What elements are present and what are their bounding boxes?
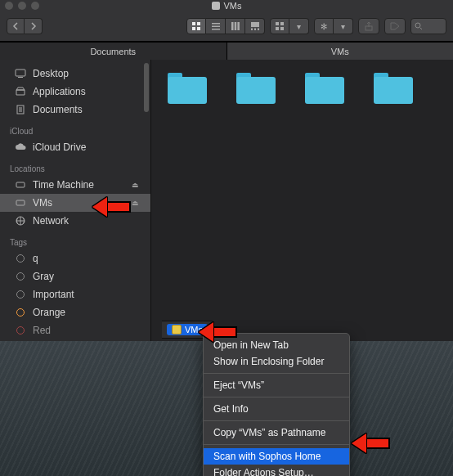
tag-dot-icon xyxy=(15,308,26,317)
folder-icon[interactable] xyxy=(305,73,344,104)
forward-button[interactable] xyxy=(25,18,43,34)
chevron-down-icon: ▾ xyxy=(334,18,353,34)
sidebar-section-locations: Locations xyxy=(0,156,150,176)
apps-icon xyxy=(15,87,26,97)
ctx-show-enclosing[interactable]: Show in Enclosing Folder xyxy=(204,353,349,370)
globe-icon xyxy=(15,216,26,226)
svg-rect-17 xyxy=(280,27,284,30)
cloud-icon xyxy=(15,142,26,152)
gear-icon: ✻ xyxy=(314,18,334,34)
svg-rect-14 xyxy=(276,22,279,25)
sidebar-item-label: Orange xyxy=(33,307,65,318)
annotation-arrow xyxy=(352,433,389,453)
sidebar-item-label: Network xyxy=(33,215,69,227)
tab-bar: Documents VMs xyxy=(0,42,453,60)
disk-icon xyxy=(172,325,182,335)
tab-vms[interactable]: VMs xyxy=(227,42,454,60)
sidebar-item-icloud-drive[interactable]: iCloud Drive xyxy=(0,138,150,156)
window-title: VMs xyxy=(224,1,242,11)
svg-rect-6 xyxy=(212,29,220,30)
annotation-arrow xyxy=(92,197,130,217)
folder-icon[interactable] xyxy=(374,73,413,104)
back-button[interactable] xyxy=(7,18,25,34)
docs-icon xyxy=(15,105,26,115)
toolbar: ▾ ✻ ▾ xyxy=(0,11,453,42)
sidebar-tag-q[interactable]: q xyxy=(0,249,150,267)
share-button[interactable] xyxy=(358,18,379,34)
disk-icon xyxy=(212,2,220,10)
sidebar-tag-red[interactable]: Red xyxy=(0,321,150,339)
svg-rect-12 xyxy=(254,29,256,31)
ctx-get-info[interactable]: Get Info xyxy=(204,401,349,417)
svg-rect-9 xyxy=(237,22,240,30)
svg-rect-15 xyxy=(280,22,284,25)
svg-rect-21 xyxy=(18,77,23,78)
svg-rect-8 xyxy=(234,22,236,30)
menu-separator xyxy=(204,444,349,445)
icon-view-button[interactable] xyxy=(186,18,206,34)
sidebar-item-time-machine[interactable]: Time Machine ⏏ xyxy=(0,176,150,194)
disk-icon xyxy=(15,180,26,190)
action-menu[interactable]: ✻ ▾ xyxy=(314,18,353,34)
column-view-button[interactable] xyxy=(226,18,245,34)
arrange-icon xyxy=(270,18,289,34)
ctx-eject[interactable]: Eject “VMs” xyxy=(204,377,349,393)
svg-rect-5 xyxy=(212,26,220,28)
svg-rect-1 xyxy=(197,22,200,25)
menu-separator xyxy=(204,397,349,397)
sidebar-item-label: Gray xyxy=(33,271,54,282)
sidebar-item-documents[interactable]: Documents xyxy=(0,101,150,119)
sidebar-item-label: Time Machine xyxy=(33,179,94,191)
ctx-copy-pathname[interactable]: Copy “VMs” as Pathname xyxy=(204,424,349,441)
eject-icon[interactable]: ⏏ xyxy=(132,181,139,189)
window-controls[interactable] xyxy=(5,2,39,10)
titlebar: VMs xyxy=(0,0,453,11)
svg-rect-10 xyxy=(251,22,259,27)
sidebar-tag-gray[interactable]: Gray xyxy=(0,267,150,285)
tab-documents[interactable]: Documents xyxy=(0,42,227,60)
tag-dot-icon xyxy=(15,254,26,263)
close-window-button[interactable] xyxy=(5,2,13,10)
svg-rect-23 xyxy=(16,182,25,187)
tag-dot-icon xyxy=(15,272,26,281)
eject-icon[interactable]: ⏏ xyxy=(132,199,139,207)
tag-dot-icon xyxy=(15,290,26,299)
svg-point-19 xyxy=(415,23,420,28)
sidebar-item-label: Documents xyxy=(33,104,83,115)
folder-icon[interactable] xyxy=(236,73,276,104)
sidebar-item-label: Red xyxy=(33,325,51,336)
sidebar-tag-orange[interactable]: Orange xyxy=(0,303,150,321)
menu-separator xyxy=(204,420,349,421)
sidebar-item-label: Desktop xyxy=(33,68,69,79)
sidebar-section-tags: Tags xyxy=(0,230,150,249)
svg-rect-4 xyxy=(212,23,220,25)
list-view-button[interactable] xyxy=(206,18,226,34)
ctx-folder-actions[interactable]: Folder Actions Setup… xyxy=(204,465,349,476)
svg-rect-11 xyxy=(251,29,253,31)
arrange-menu[interactable]: ▾ xyxy=(270,18,309,34)
minimize-window-button[interactable] xyxy=(18,2,26,10)
search-field[interactable] xyxy=(410,18,446,34)
tag-dot-icon xyxy=(15,326,26,335)
folder-icon[interactable] xyxy=(168,73,207,104)
svg-rect-16 xyxy=(276,27,279,30)
tags-button[interactable] xyxy=(384,18,406,34)
svg-rect-0 xyxy=(192,22,195,25)
sidebar-tag-important[interactable]: Important xyxy=(0,285,150,303)
disk-icon xyxy=(15,198,26,208)
gallery-view-button[interactable] xyxy=(245,18,265,34)
sidebar-scrollbar[interactable] xyxy=(144,63,149,112)
sidebar-item-label: Applications xyxy=(33,86,86,97)
desktop-icon xyxy=(15,69,26,79)
ctx-scan-sophos[interactable]: Scan with Sophos Home xyxy=(204,448,349,465)
sidebar-item-desktop[interactable]: Desktop xyxy=(0,65,150,83)
svg-rect-13 xyxy=(258,29,259,31)
view-switcher[interactable] xyxy=(186,18,265,34)
svg-rect-7 xyxy=(231,22,234,30)
sidebar-item-label: Important xyxy=(33,289,74,300)
sidebar-item-applications[interactable]: Applications xyxy=(0,83,150,101)
context-menu: Open in New Tab Show in Enclosing Folder… xyxy=(203,333,350,476)
menu-separator xyxy=(204,373,349,374)
zoom-window-button[interactable] xyxy=(31,2,39,10)
svg-rect-2 xyxy=(192,27,195,30)
